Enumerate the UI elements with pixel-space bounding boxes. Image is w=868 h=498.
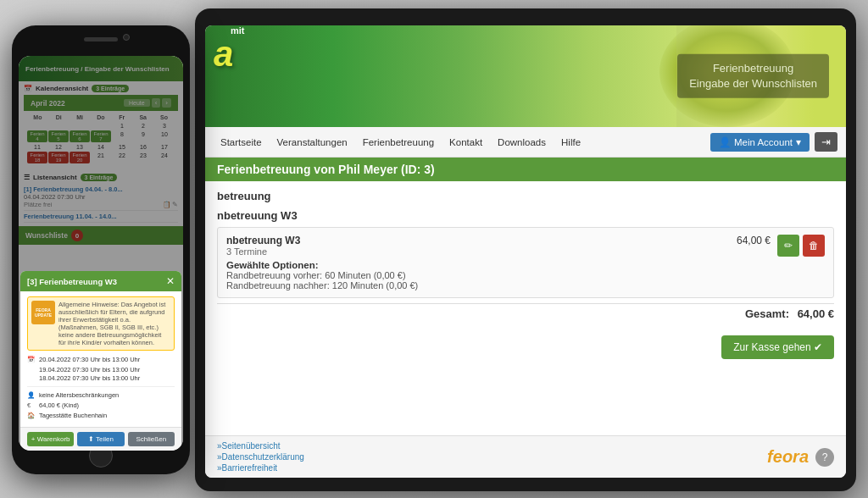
account-label: Mein Account xyxy=(734,137,793,147)
user-icon: 👤 xyxy=(719,136,731,148)
date-1: 20.04.2022 07:30 Uhr bis 13:00 Uhr xyxy=(39,356,140,363)
section-label: betreuung xyxy=(217,190,834,202)
cart-total-row: Gesamt: 64,00 € xyxy=(217,303,834,324)
cart-item-details: nbetreuung W3 3 Termine Gewählte Optione… xyxy=(226,235,728,290)
notice-icon: FEORA UPDATE xyxy=(31,301,55,324)
account-button[interactable]: 👤 Mein Account ▾ xyxy=(710,133,810,152)
price-label: 64,00 € (Kind) xyxy=(39,401,79,409)
cart-item-title: nbetreuung W3 xyxy=(226,235,728,246)
cart-item-actions: ✏ 🗑 xyxy=(777,235,825,257)
nav-ferienbetreuung[interactable]: Ferienbetreuung xyxy=(356,132,441,152)
notice-text: Allgemeine Hinweise: Das Angebot ist aus… xyxy=(58,301,170,346)
share-button[interactable]: ⬆ Teilen xyxy=(77,432,124,446)
date-info-3: 18.04.2022 07:30 Uhr bis 13:00 Uhr xyxy=(27,374,175,382)
tablet-header-line1: Ferienbetreuung xyxy=(689,61,817,76)
footer-links: »Seitenübersicht »Datenschutzerklärung »… xyxy=(217,441,304,473)
date-info-1: 📅 20.04.2022 07:30 Uhr bis 13:00 Uhr xyxy=(27,356,175,363)
total-amount: 64,00 € xyxy=(798,307,834,320)
chevron-down-icon: ▾ xyxy=(796,136,801,148)
footer-link-accessibility[interactable]: »Barrierefreiheit xyxy=(217,463,304,473)
phone-camera xyxy=(123,34,130,41)
tablet-device: mit a Ferienbetreuung Eingabe der Wunsch… xyxy=(195,8,856,491)
price-info: € 64,00 € (Kind) xyxy=(27,401,175,409)
phone-modal: [3] Ferienbetreuung W3 ✕ FEORA UPDATE Al… xyxy=(19,56,183,451)
modal-close-button[interactable]: ✕ xyxy=(166,275,175,287)
logout-button[interactable]: ⇥ xyxy=(815,132,837,152)
nav-hilfe[interactable]: Hilfe xyxy=(554,132,587,152)
edit-cart-item-button[interactable]: ✏ xyxy=(777,235,799,257)
modal-title: [3] Ferienbetreuung W3 xyxy=(27,277,117,286)
tablet-header-text: Ferienbetreuung Eingabe der Wunschlisten xyxy=(677,54,829,98)
page-title: Ferienbetreuung von Phil Meyer (ID: 3) xyxy=(217,163,435,176)
delete-cart-item-button[interactable]: 🗑 xyxy=(803,235,825,257)
cart-item-options: Gewählte Optionen: Randbetreuung vorher:… xyxy=(226,260,728,290)
tablet-header-image: mit a Ferienbetreuung Eingabe der Wunsch… xyxy=(205,25,846,127)
notice-box: FEORA UPDATE Allgemeine Hinweise: Das An… xyxy=(27,296,175,351)
phone-speaker xyxy=(84,37,118,42)
add-to-cart-button[interactable]: + Warenkorb xyxy=(27,432,74,446)
tablet-header-line2: Eingabe der Wunschlisten xyxy=(689,76,817,91)
cart-item-price: 64,00 € xyxy=(737,235,771,246)
date-info-2: 19.04.2022 07:30 Uhr bis 13:00 Uhr xyxy=(27,366,175,374)
calendar-small-icon: 📅 xyxy=(27,356,36,363)
location-label: Tagesstätte Buchenhain xyxy=(39,412,107,419)
page-title-bar: Ferienbetreuung von Phil Meyer (ID: 3) xyxy=(205,158,846,181)
location-info: 🏠 Tagesstätte Buchenhain xyxy=(27,412,175,419)
euro-icon: € xyxy=(27,401,36,409)
cart-item-row: nbetreuung W3 3 Termine Gewählte Optione… xyxy=(217,227,834,298)
tablet-content: Ferienbetreuung von Phil Meyer (ID: 3) b… xyxy=(205,158,846,435)
age-info: 👤 keine Altersbeschränkungen xyxy=(27,391,175,399)
modal-body: FEORA UPDATE Allgemeine Hinweise: Das An… xyxy=(20,291,181,427)
checkout-button[interactable]: Zur Kasse gehen ✔ xyxy=(721,335,834,359)
footer-logo: feora xyxy=(767,447,809,467)
person-icon: 👤 xyxy=(27,391,36,399)
tablet-footer: »Seitenübersicht »Datenschutzerklärung »… xyxy=(205,435,846,478)
tablet-screen: mit a Ferienbetreuung Eingabe der Wunsch… xyxy=(205,25,846,478)
tablet-main: betreuung nbetreuung W3 nbetreuung W3 3 … xyxy=(205,181,846,435)
options-label: Gewählte Optionen: xyxy=(226,260,728,270)
logout-icon: ⇥ xyxy=(821,136,831,148)
nav-kontakt[interactable]: Kontakt xyxy=(442,132,489,152)
cart-item-subtitle: 3 Termine xyxy=(226,246,728,257)
tablet-navbar: Startseite Veranstaltungen Ferienbetreuu… xyxy=(205,127,846,158)
footer-link-sitemap[interactable]: »Seitenübersicht xyxy=(217,441,304,451)
modal-footer-buttons: + Warenkorb ⬆ Teilen Schließen xyxy=(20,427,181,451)
phone-device: Ferienbetreuung / Eingabe der Wunschlist… xyxy=(12,25,190,474)
modal-header: [3] Ferienbetreuung W3 ✕ xyxy=(20,271,181,291)
modal-spacer xyxy=(19,56,183,271)
nav-startseite[interactable]: Startseite xyxy=(214,132,269,152)
modal-divider-1 xyxy=(27,386,175,387)
option-line-2: Randbetreuung nachher: 120 Minuten (0,00… xyxy=(226,280,728,290)
age-label: keine Altersbeschränkungen xyxy=(39,391,119,399)
nav-veranstaltungen[interactable]: Veranstaltungen xyxy=(270,132,354,152)
tablet-logo: a xyxy=(214,34,233,75)
cart-label: nbetreuung W3 xyxy=(217,209,834,222)
help-button[interactable]: ? xyxy=(815,448,834,467)
total-label: Gesamt: xyxy=(745,307,789,320)
option-line-1: Randbetreuung vorher: 60 Minuten (0,00 €… xyxy=(226,270,728,280)
footer-link-privacy[interactable]: »Datenschutzerklärung xyxy=(217,452,304,462)
nav-downloads[interactable]: Downloads xyxy=(491,132,553,152)
close-modal-button[interactable]: Schließen xyxy=(128,432,175,446)
location-icon: 🏠 xyxy=(27,412,36,419)
phone-screen: Ferienbetreuung / Eingabe der Wunschlist… xyxy=(19,56,183,451)
